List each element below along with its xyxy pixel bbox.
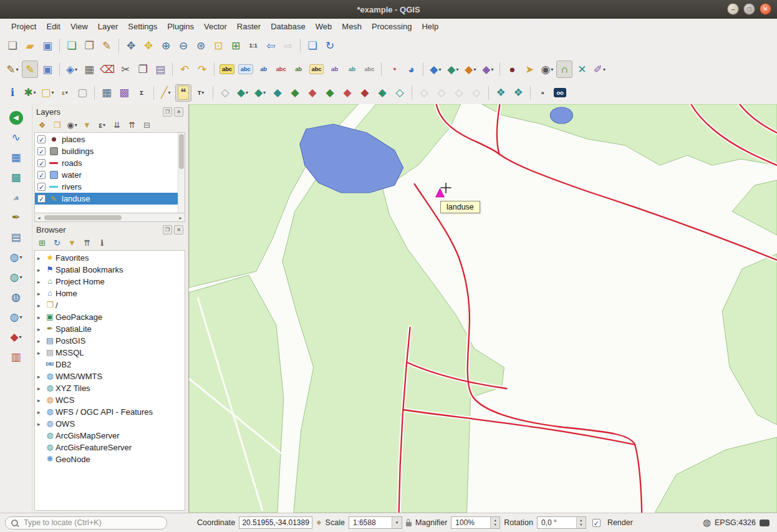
style-manager-icon[interactable]: ✎ bbox=[99, 37, 115, 54]
scrollbar-thumb[interactable] bbox=[179, 134, 184, 169]
text-annotation-icon[interactable]: T▾ bbox=[193, 84, 209, 102]
rotate-feature-icon[interactable]: ◆ bbox=[269, 84, 286, 102]
browser-item-spatialite[interactable]: ▸✒SpatiaLite bbox=[35, 323, 185, 335]
identify-features-icon[interactable]: ℹ bbox=[4, 84, 21, 102]
browser-item-home[interactable]: ▸⌂Home bbox=[35, 288, 185, 299]
pan-map-icon[interactable]: ✥ bbox=[123, 37, 139, 54]
add-vector-layer-icon[interactable]: ∿ bbox=[5, 129, 27, 146]
fill-ring-icon[interactable]: ◆ bbox=[339, 84, 355, 102]
add-postgis-layer-icon[interactable]: ▤ bbox=[5, 229, 27, 246]
move-label-icon[interactable]: ab bbox=[326, 60, 342, 78]
rotation-spinbox[interactable]: 0,0 ° bbox=[537, 516, 586, 529]
browser-item-postgis[interactable]: ▸▤PostGIS bbox=[35, 335, 185, 347]
dropdown-arrow-icon[interactable]: ▾ bbox=[246, 90, 248, 95]
browser-item-ows[interactable]: ▸◍OWS bbox=[35, 418, 185, 430]
new-project-icon[interactable]: ❏ bbox=[4, 37, 21, 54]
new-map-view-icon[interactable]: ❏ bbox=[304, 37, 321, 54]
scroll-left-icon[interactable] bbox=[35, 215, 43, 221]
add-raster-layer-icon[interactable]: ▦ bbox=[5, 149, 27, 166]
browser-item-xyz-tiles[interactable]: ▸◍XYZ Tiles bbox=[35, 382, 185, 394]
zoom-full-icon[interactable]: ⊛ bbox=[193, 37, 209, 54]
diagram-options-icon[interactable]: ◔ bbox=[385, 60, 402, 78]
minimize-button[interactable]: – bbox=[727, 3, 739, 15]
layer-row-rivers[interactable]: ✓rivers bbox=[35, 181, 178, 193]
dropdown-arrow-icon[interactable]: ▾ bbox=[75, 122, 77, 128]
measure-icon[interactable]: ╱▾ bbox=[158, 84, 174, 102]
save-layer-edits-icon[interactable]: ▣ bbox=[39, 60, 56, 78]
metasearch-icon[interactable]: oo bbox=[552, 84, 568, 102]
layers-vertical-scrollbar[interactable] bbox=[178, 133, 185, 213]
dropdown-arrow-icon[interactable]: ▾ bbox=[19, 334, 22, 340]
magnifier-lock-icon[interactable] bbox=[406, 522, 412, 526]
filter-legend-icon[interactable]: ▼ bbox=[80, 118, 94, 131]
layer-checkbox[interactable]: ✓ bbox=[37, 183, 46, 191]
menu-web[interactable]: Web bbox=[311, 20, 337, 33]
add-wms-layer-icon[interactable]: ◍▾ bbox=[5, 249, 27, 266]
rotate-label-icon[interactable]: ab bbox=[344, 60, 360, 78]
browser-item-arcgismapserver[interactable]: ◍ArcGisMapServer bbox=[35, 430, 185, 442]
osm-place-search-icon[interactable]: ● bbox=[504, 60, 520, 78]
label-single-icon[interactable]: ab bbox=[256, 60, 272, 78]
layer-checkbox[interactable]: ✓ bbox=[37, 135, 46, 143]
label-unplaced-icon[interactable]: abc bbox=[273, 60, 289, 78]
split-parts-icon[interactable]: ◇ bbox=[451, 84, 467, 102]
digitize-shape-icon[interactable]: ◆▾ bbox=[445, 60, 461, 78]
menu-edit[interactable]: Edit bbox=[41, 20, 65, 33]
menu-help[interactable]: Help bbox=[417, 20, 443, 33]
expand-arrow-icon[interactable]: ▸ bbox=[37, 255, 44, 261]
run-feature-action-icon[interactable]: ✱▾ bbox=[22, 84, 38, 102]
landuse-layer[interactable] bbox=[189, 104, 777, 513]
current-edits-icon[interactable]: ✎▾ bbox=[4, 60, 21, 78]
magnifier-spinbox[interactable]: 100% bbox=[451, 516, 500, 529]
browser-properties-icon[interactable]: ℹ bbox=[95, 236, 109, 249]
browser-item-[interactable]: ▸❒/ bbox=[35, 299, 185, 311]
browser-item-wfs-ogc-api-features[interactable]: ▸◍WFS / OGC API - Features bbox=[35, 406, 185, 418]
offset-point-symbols-icon[interactable]: ❖ bbox=[510, 84, 526, 102]
select-poly-overlap-icon[interactable]: ◆▾ bbox=[427, 60, 443, 78]
titlebar[interactable]: *example - QGIS –□✕ bbox=[0, 0, 777, 19]
browser-item-db2[interactable]: DB2DB2 bbox=[35, 359, 185, 370]
dropdown-arrow-icon[interactable]: ▾ bbox=[19, 314, 22, 320]
open-project-icon[interactable]: ▰ bbox=[22, 37, 38, 54]
vertex-tool-icon[interactable]: ◈▾ bbox=[64, 60, 80, 78]
scale-combo[interactable]: 1:6588 bbox=[349, 516, 402, 529]
menu-raster[interactable]: Raster bbox=[232, 20, 266, 33]
browser-item-project-home[interactable]: ▸⌂Project Home bbox=[35, 276, 185, 288]
merge-features-icon[interactable]: ◇ bbox=[468, 84, 485, 102]
rotate-point-symbols-icon[interactable]: ❖ bbox=[493, 84, 509, 102]
render-checkbox[interactable] bbox=[592, 519, 601, 527]
collapse-all-icon[interactable]: ⇈ bbox=[125, 118, 138, 131]
menu-layer[interactable]: Layer bbox=[93, 20, 123, 33]
scrollbar-thumb[interactable] bbox=[44, 215, 122, 220]
zoom-to-selection-icon[interactable]: ⊡ bbox=[210, 37, 226, 54]
layer-row-places[interactable]: ✓places bbox=[35, 133, 178, 145]
zoom-native-icon[interactable]: 1:1 bbox=[245, 37, 261, 54]
dropdown-arrow-icon[interactable]: ▾ bbox=[168, 90, 171, 95]
add-wfs-layer-icon[interactable]: ◍▾ bbox=[5, 309, 27, 326]
browser-panel-close-button[interactable] bbox=[174, 225, 183, 235]
expand-arrow-icon[interactable]: ▸ bbox=[37, 409, 44, 415]
dropdown-arrow-icon[interactable]: ▾ bbox=[603, 67, 606, 72]
add-xyz-layer-icon[interactable]: ◍▾ bbox=[5, 269, 27, 286]
scrollbar-track[interactable] bbox=[43, 214, 176, 221]
split-features-icon[interactable]: ◇ bbox=[433, 84, 450, 102]
open-layer-styling-icon[interactable]: ❖ bbox=[36, 118, 49, 131]
add-part-icon[interactable]: ◆ bbox=[322, 84, 338, 102]
toggle-extents-icon[interactable] bbox=[316, 517, 321, 528]
collapse-browser-icon[interactable]: ⇈ bbox=[80, 236, 94, 249]
layout-manager-icon[interactable]: ❐ bbox=[81, 37, 97, 54]
new-print-layout-icon[interactable]: ❏ bbox=[64, 37, 80, 54]
expand-all-icon[interactable]: ⇊ bbox=[110, 118, 123, 131]
layers-panel-float-button[interactable] bbox=[163, 107, 172, 117]
toolbar-overflow-icon[interactable]: » bbox=[534, 84, 551, 102]
browser-item-arcgisfeatureserver[interactable]: ◍ArcGisFeatureServer bbox=[35, 442, 185, 453]
copy-features-icon[interactable]: ❐ bbox=[135, 60, 151, 78]
statistics-icon[interactable]: Σ bbox=[133, 84, 150, 102]
layer-checkbox[interactable]: ✓ bbox=[37, 159, 46, 167]
layer-row-landuse[interactable]: ✓✎landuse bbox=[35, 193, 178, 205]
dropdown-arrow-icon[interactable]: ▾ bbox=[75, 67, 77, 72]
menu-vector[interactable]: Vector bbox=[199, 20, 232, 33]
pan-to-selection-icon[interactable]: ✥ bbox=[140, 37, 157, 54]
select-cursor-icon[interactable]: ➤ bbox=[521, 60, 538, 78]
highlight-labels-icon[interactable]: abc bbox=[308, 60, 326, 78]
